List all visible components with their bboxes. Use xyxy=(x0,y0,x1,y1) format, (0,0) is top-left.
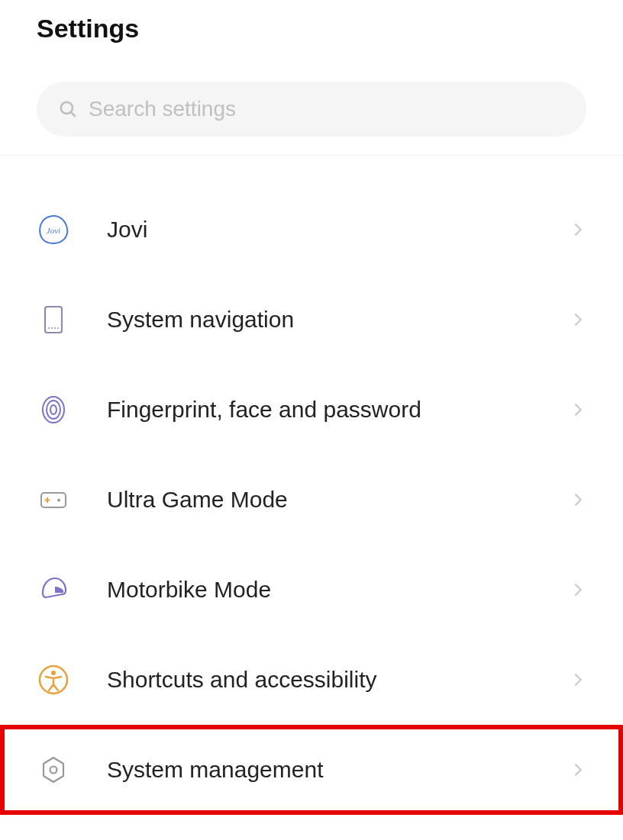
list-item-system-navigation[interactable]: System navigation xyxy=(0,275,623,365)
list-item-shortcuts-accessibility[interactable]: Shortcuts and accessibility xyxy=(0,635,623,725)
chevron-right-icon xyxy=(570,671,586,688)
item-label: Fingerprint, face and password xyxy=(107,397,570,423)
item-label: System management xyxy=(107,757,570,783)
svg-line-1 xyxy=(71,112,75,116)
list-item-ultra-game-mode[interactable]: Ultra Game Mode xyxy=(0,455,623,545)
search-container xyxy=(0,51,623,156)
item-label: Jovi xyxy=(107,217,570,243)
chevron-right-icon xyxy=(570,761,586,778)
settings-list: Jovi Jovi System navigation xyxy=(0,156,623,815)
search-icon xyxy=(58,99,78,119)
helmet-icon xyxy=(37,573,70,607)
search-bar[interactable] xyxy=(37,82,586,137)
list-item-jovi[interactable]: Jovi Jovi xyxy=(0,185,623,275)
svg-marker-17 xyxy=(44,758,63,782)
item-label: Ultra Game Mode xyxy=(107,487,570,513)
svg-point-18 xyxy=(50,767,57,774)
svg-rect-3 xyxy=(45,307,62,333)
item-label: Motorbike Mode xyxy=(107,577,570,603)
item-label: Shortcuts and accessibility xyxy=(107,667,570,693)
svg-point-0 xyxy=(61,102,73,114)
list-item-fingerprint[interactable]: Fingerprint, face and password xyxy=(0,365,623,455)
svg-point-14 xyxy=(57,499,60,502)
fingerprint-icon xyxy=(37,393,70,426)
header: Settings xyxy=(0,0,623,51)
chevron-right-icon xyxy=(570,311,586,328)
gear-hex-icon xyxy=(37,753,70,787)
phone-nav-icon xyxy=(37,303,70,336)
page-title: Settings xyxy=(37,14,586,43)
list-item-system-management[interactable]: System management xyxy=(0,725,623,815)
svg-point-16 xyxy=(51,671,56,675)
svg-text:Jovi: Jovi xyxy=(47,226,60,235)
item-label: System navigation xyxy=(107,307,570,333)
list-item-motorbike-mode[interactable]: Motorbike Mode xyxy=(0,545,623,635)
chevron-right-icon xyxy=(570,401,586,418)
chevron-right-icon xyxy=(570,221,586,238)
jovi-icon: Jovi xyxy=(37,213,70,246)
chevron-right-icon xyxy=(570,491,586,508)
gamepad-icon xyxy=(37,483,70,517)
search-input[interactable] xyxy=(89,97,565,121)
accessibility-icon xyxy=(37,663,70,697)
svg-point-10 xyxy=(50,405,56,414)
svg-point-9 xyxy=(47,401,60,419)
chevron-right-icon xyxy=(570,581,586,598)
